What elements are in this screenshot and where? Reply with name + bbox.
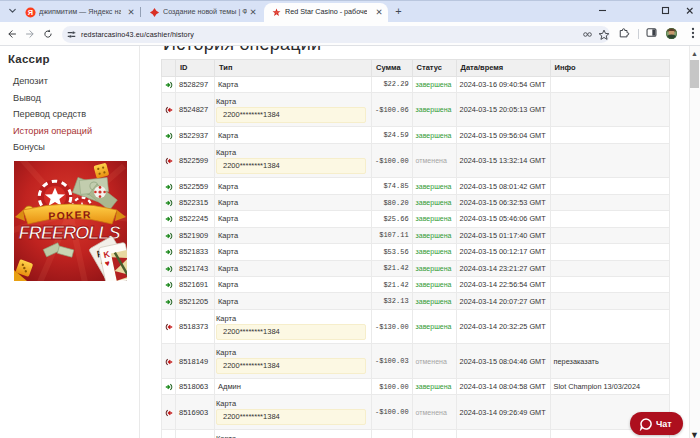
svg-text:POKER: POKER bbox=[48, 208, 92, 222]
svg-text:Я: Я bbox=[28, 8, 33, 17]
